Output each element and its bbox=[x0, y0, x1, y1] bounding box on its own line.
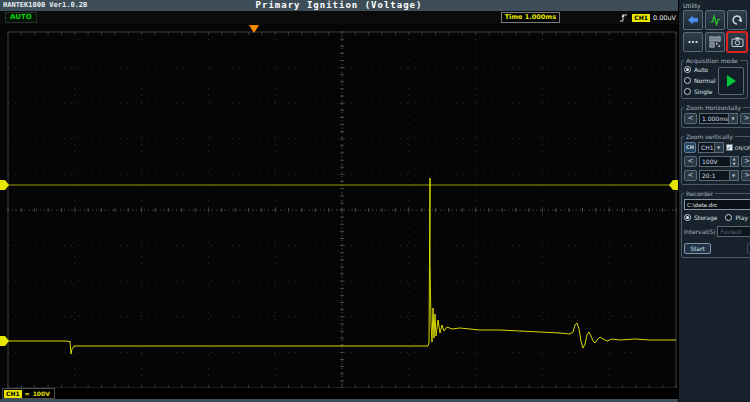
timebase-increase-button[interactable]: > bbox=[740, 113, 750, 124]
start-button[interactable]: Start bbox=[684, 243, 711, 254]
radio-playback-dot bbox=[725, 214, 732, 221]
radio-playback[interactable]: Play Back bbox=[725, 214, 750, 221]
interval-select: Fastest ▼ bbox=[717, 226, 750, 237]
channel-info[interactable]: CH1 = 100V bbox=[2, 388, 55, 399]
back-arrow-icon bbox=[687, 14, 699, 26]
recorder-label: Recorder bbox=[684, 190, 715, 197]
spinner-arrows-icon[interactable]: ▲▼ bbox=[730, 157, 738, 166]
volts-div-value: 100V bbox=[700, 157, 730, 166]
interval-value: Fastest bbox=[718, 227, 750, 236]
radio-storage[interactable]: Storage bbox=[684, 214, 717, 221]
probe-value: 20:1 bbox=[700, 171, 729, 180]
run-button[interactable] bbox=[718, 67, 744, 95]
onoff-label: ON/OFF bbox=[735, 145, 750, 151]
radio-auto-dot bbox=[684, 66, 691, 73]
volts-increase-button[interactable]: > bbox=[741, 156, 750, 167]
trigger-level-value: 0.00uV bbox=[653, 14, 676, 22]
toolbar: AUTO Time 1.000ms CH1 0.00uV bbox=[0, 11, 678, 24]
probe-increase-button[interactable]: > bbox=[741, 170, 750, 181]
chevron-down-icon: ▼ bbox=[729, 171, 738, 180]
chevron-down-icon: ▼ bbox=[714, 143, 723, 152]
scope-canvas[interactable] bbox=[0, 24, 678, 388]
channel-select-value: CH1 bbox=[699, 143, 714, 152]
channel-onoff-checkbox[interactable]: ✓ bbox=[726, 144, 733, 151]
volts-div-spinner[interactable]: 100V ▲▼ bbox=[699, 156, 739, 167]
radio-normal-label: Normal bbox=[694, 77, 716, 84]
recorder-mode: Storage Play Back bbox=[684, 214, 750, 221]
coupling-symbol: = bbox=[25, 390, 30, 397]
undo-button[interactable] bbox=[727, 10, 747, 30]
timebase-select[interactable]: 1.000ms ▼ bbox=[699, 113, 738, 124]
radio-single-dot bbox=[684, 88, 691, 95]
interval-label: Interval(S) bbox=[684, 228, 715, 235]
scope-display bbox=[0, 24, 678, 388]
status-badge: AUTO bbox=[5, 12, 37, 23]
trigger-slope-icon bbox=[619, 13, 629, 23]
trigger-channel-badge: CH1 bbox=[632, 14, 650, 22]
timebase-display[interactable]: Time 1.000ms bbox=[501, 12, 560, 23]
volts-decrease-button[interactable]: < bbox=[684, 156, 697, 167]
oscilloscope-app: HANTEK1000 Ver1.0.2B Primary Ignition (V… bbox=[0, 0, 750, 402]
timebase-value: 1.000ms bbox=[700, 114, 728, 123]
utility-panel: Utility bbox=[678, 0, 750, 402]
channel-color-button[interactable]: CH bbox=[684, 142, 696, 153]
back-button[interactable] bbox=[683, 10, 703, 30]
record-path-input[interactable] bbox=[684, 199, 750, 210]
radio-auto[interactable]: Auto bbox=[684, 66, 718, 73]
probe-select[interactable]: 20:1 ▼ bbox=[699, 170, 739, 181]
channel-select[interactable]: CH1 ▼ bbox=[698, 142, 724, 153]
volts-per-div: 100V bbox=[33, 390, 50, 397]
storage-label: Storage bbox=[694, 214, 717, 221]
radio-normal[interactable]: Normal bbox=[684, 77, 718, 84]
page-title: Primary Ignition (Voltage) bbox=[0, 0, 678, 10]
qr-code-button[interactable] bbox=[705, 32, 725, 52]
bottom-bar: CH1 = 100V bbox=[0, 388, 678, 399]
trigger-info: CH1 0.00uV bbox=[619, 11, 676, 24]
acquisition-label: Acquisition mode bbox=[684, 57, 740, 64]
zoom-horizontal-group: Zoom Horizontally < 1.000ms ▼ > bbox=[681, 104, 750, 128]
waveform-button[interactable] bbox=[705, 10, 725, 30]
radio-normal-dot bbox=[684, 77, 691, 84]
acquisition-options: Auto Normal Single bbox=[684, 66, 718, 95]
radio-storage-dot bbox=[684, 214, 691, 221]
more-ellipsis-icon bbox=[687, 36, 699, 48]
utility-title: Utility bbox=[683, 2, 750, 9]
camera-icon bbox=[731, 36, 744, 48]
timebase-decrease-button[interactable]: < bbox=[684, 113, 697, 124]
probe-decrease-button[interactable]: < bbox=[684, 170, 697, 181]
playback-label: Play Back bbox=[735, 214, 750, 221]
undo-arrow-icon bbox=[731, 14, 743, 26]
screenshot-camera-button[interactable] bbox=[727, 32, 747, 52]
acquisition-group: Acquisition mode Auto Normal Single bbox=[681, 57, 748, 99]
zoom-horizontal-label: Zoom Horizontally bbox=[684, 104, 743, 111]
radio-auto-label: Auto bbox=[694, 66, 708, 73]
utility-buttons bbox=[683, 10, 750, 52]
channel-badge: CH1 bbox=[4, 390, 22, 398]
zoom-vertical-label: Zoom vertically bbox=[684, 133, 735, 140]
zoom-vertical-group: Zoom vertically CH CH1 ▼ ✓ ON/OFF < 100V… bbox=[681, 133, 750, 185]
waveform-pulse-icon bbox=[709, 14, 721, 26]
play-icon bbox=[727, 75, 736, 87]
more-button[interactable] bbox=[683, 32, 703, 52]
chevron-down-icon: ▼ bbox=[728, 114, 737, 123]
radio-single[interactable]: Single bbox=[684, 88, 718, 95]
radio-single-label: Single bbox=[694, 88, 712, 95]
qr-grid-icon bbox=[709, 36, 721, 48]
recorder-group: Recorder ... Storage Play Back Interval(… bbox=[681, 190, 750, 258]
